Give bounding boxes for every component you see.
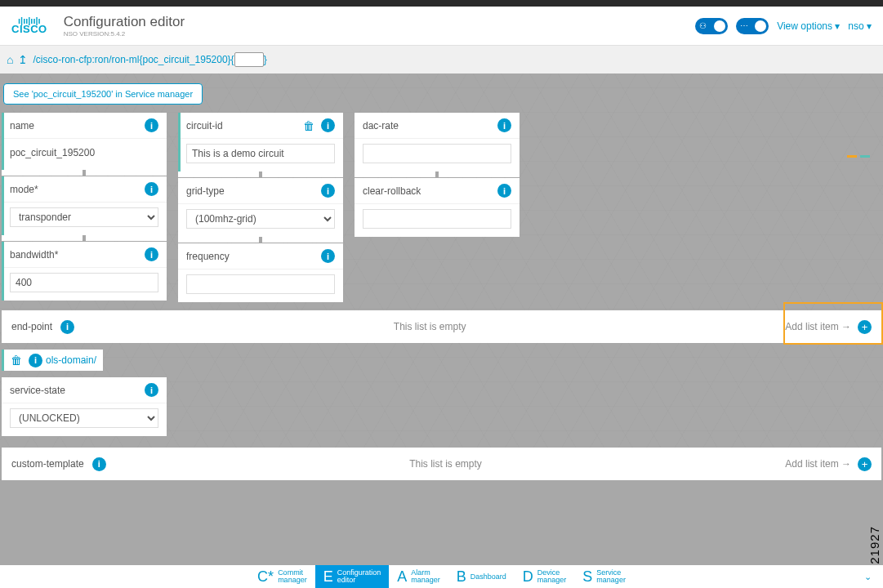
sitemap-icon: ⚇: [699, 21, 707, 30]
card-mode: mode*i transponder: [2, 176, 167, 235]
name-value: poc_circuit_195200: [10, 144, 158, 162]
nav-device-manager[interactable]: D Devicemanager: [515, 565, 575, 588]
card-frequency: frequencyi: [178, 243, 343, 302]
info-icon[interactable]: i: [321, 249, 335, 263]
card-grid-type: grid-typei (100mhz-grid): [178, 178, 343, 237]
trash-icon[interactable]: 🗑: [303, 119, 314, 132]
add-list-item-link[interactable]: Add list item →: [785, 458, 851, 470]
footer-nav: C* Commitmanager E Configurationeditor A…: [0, 565, 883, 588]
info-icon[interactable]: i: [145, 383, 158, 397]
app-header: ı|ıı|ıı|ı CISCO Configuration editor NSO…: [0, 7, 883, 46]
breadcrumb-link[interactable]: cisco-ron-cfp:ron/ron-ml{poc_circuit_195…: [36, 54, 231, 65]
up-icon[interactable]: ↥: [18, 53, 28, 66]
mode-select[interactable]: transponder: [10, 207, 158, 227]
nav-service-manager[interactable]: S Servicemanager: [574, 565, 634, 588]
nav-dashboard[interactable]: B Dashboard: [448, 565, 515, 588]
info-icon[interactable]: i: [321, 118, 335, 132]
end-point-list: end-point i This list is empty Add list …: [2, 310, 881, 343]
info-icon[interactable]: i: [145, 118, 158, 132]
info-icon[interactable]: i: [145, 247, 158, 261]
info-icon[interactable]: i: [60, 320, 74, 334]
dac-rate-input[interactable]: [363, 144, 511, 163]
breadcrumb-input[interactable]: [234, 52, 264, 67]
cisco-logo: ı|ıı|ıı|ı CISCO: [11, 17, 47, 35]
info-icon[interactable]: i: [497, 118, 511, 132]
grid-type-select[interactable]: (100mhz-grid): [186, 209, 335, 229]
nso-dropdown[interactable]: nso ▾: [848, 20, 872, 32]
plus-icon[interactable]: +: [858, 320, 872, 334]
info-icon[interactable]: i: [92, 457, 106, 471]
frequency-input[interactable]: [186, 274, 335, 294]
card-bandwidth: bandwidth*i: [2, 242, 167, 301]
card-circuit-id: circuit-id🗑i: [178, 113, 343, 172]
ellipsis-icon: ⋯: [740, 21, 748, 30]
home-icon[interactable]: ⌂: [7, 53, 13, 66]
nav-alarm-manager[interactable]: A Alarmmanager: [389, 565, 448, 588]
card-dac-rate: dac-ratei: [355, 113, 520, 172]
nav-configuration-editor[interactable]: E Configurationeditor: [315, 565, 390, 588]
view-options-dropdown[interactable]: View options ▾: [777, 20, 840, 32]
breadcrumb: ⌂ ↥ / cisco-ron-cfp:ron/ron-ml{poc_circu…: [0, 46, 883, 74]
chevron-down-icon[interactable]: ⌄: [864, 572, 872, 582]
bandwidth-input[interactable]: [10, 273, 158, 292]
custom-template-list: custom-template i This list is empty Add…: [2, 448, 881, 480]
info-icon[interactable]: i: [497, 184, 511, 198]
card-clear-rollback: clear-rollbacki: [355, 178, 520, 237]
card-name: namei poc_circuit_195200: [2, 113, 167, 170]
nav-commit-manager[interactable]: C* Commitmanager: [249, 565, 315, 588]
plus-icon[interactable]: +: [858, 457, 872, 471]
clear-rollback-input[interactable]: [363, 209, 511, 229]
ols-domain-tab[interactable]: 🗑 i ols-domain/: [2, 350, 103, 371]
service-state-select[interactable]: (UNLOCKED): [10, 408, 158, 428]
info-icon[interactable]: i: [29, 354, 42, 368]
page-title: Configuration editor: [64, 14, 185, 30]
info-icon[interactable]: i: [321, 184, 335, 198]
trash-icon[interactable]: 🗑: [11, 354, 22, 367]
circuit-id-input[interactable]: [186, 144, 335, 163]
settings-toggle[interactable]: ⋯: [736, 18, 769, 34]
add-list-item-link[interactable]: Add list item →: [785, 321, 851, 332]
card-service-state: service-statei (UNLOCKED): [2, 377, 167, 436]
tree-toggle[interactable]: ⚇: [695, 18, 728, 34]
service-manager-link[interactable]: See 'poc_circuit_195200' in Service mana…: [3, 83, 203, 105]
info-icon[interactable]: i: [145, 182, 158, 196]
version-label: NSO VERSION:5.4.2: [64, 30, 185, 38]
